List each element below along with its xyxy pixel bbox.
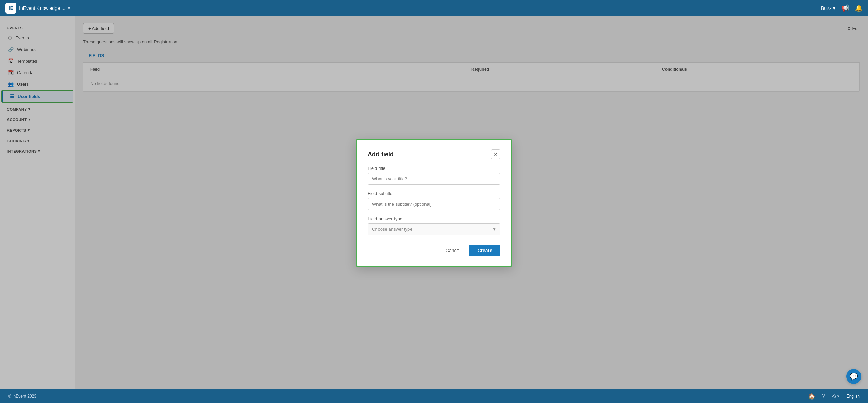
field-answer-type-label: Field answer type (368, 216, 500, 221)
bottombar-right: 🏠 ? </> English (808, 393, 860, 400)
field-subtitle-group: Field subtitle (368, 191, 500, 210)
modal-close-button[interactable]: ✕ (491, 149, 500, 159)
field-title-group: Field title (368, 166, 500, 185)
modal-header: Add field ✕ (368, 149, 500, 159)
user-name: Buzz (821, 5, 832, 11)
language-selector[interactable]: English (847, 394, 860, 399)
top-navigation: iE InEvent Knowledge ... ▾ Buzz ▾ 📢 🔔 (0, 0, 868, 16)
field-subtitle-input[interactable] (368, 198, 500, 210)
bell-icon[interactable]: 🔔 (855, 4, 863, 12)
home-icon[interactable]: 🏠 (808, 393, 815, 400)
field-title-input[interactable] (368, 173, 500, 185)
app-title-chevron-icon[interactable]: ▾ (68, 6, 70, 11)
cancel-button[interactable]: Cancel (441, 245, 465, 256)
copyright-text: ® InEvent 2023 (8, 394, 36, 399)
topnav-right: Buzz ▾ 📢 🔔 (821, 4, 863, 12)
code-icon[interactable]: </> (832, 393, 840, 399)
modal-overlay[interactable]: Add field ✕ Field title Field subtitle F… (0, 16, 868, 389)
create-button[interactable]: Create (469, 245, 500, 256)
answer-type-select-wrapper: Choose answer type ▼ (368, 223, 500, 235)
field-answer-type-select[interactable]: Choose answer type (368, 223, 500, 235)
field-title-label: Field title (368, 166, 500, 171)
create-label: Create (477, 248, 492, 253)
megaphone-icon[interactable]: 📢 (841, 4, 849, 12)
add-field-modal: Add field ✕ Field title Field subtitle F… (356, 139, 512, 267)
modal-footer: Cancel Create (368, 245, 500, 256)
chat-icon: 💬 (850, 372, 858, 381)
field-subtitle-label: Field subtitle (368, 191, 500, 196)
user-chevron-icon: ▾ (833, 5, 835, 11)
user-menu[interactable]: Buzz ▾ (821, 5, 835, 11)
bottom-bar: ® InEvent 2023 🏠 ? </> English (0, 389, 868, 403)
cancel-label: Cancel (446, 248, 461, 253)
close-icon: ✕ (494, 151, 498, 157)
app-title: InEvent Knowledge ... (19, 5, 65, 11)
topnav-left: iE InEvent Knowledge ... ▾ (5, 3, 70, 14)
modal-title: Add field (368, 151, 394, 158)
chat-bubble-button[interactable]: 💬 (846, 369, 861, 384)
app-logo: iE (5, 3, 16, 14)
help-icon[interactable]: ? (822, 393, 825, 399)
field-answer-type-group: Field answer type Choose answer type ▼ (368, 216, 500, 235)
